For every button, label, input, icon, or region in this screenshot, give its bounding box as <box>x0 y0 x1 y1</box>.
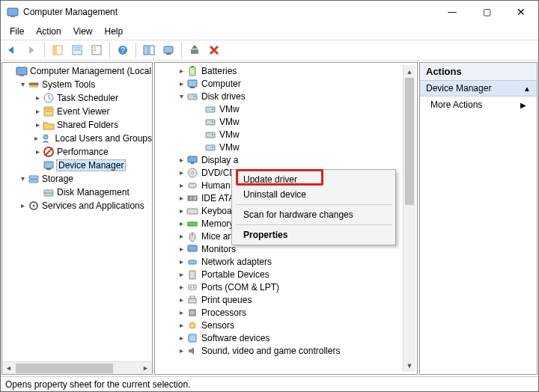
more-actions[interactable]: More Actions ▶ <box>420 97 537 113</box>
actions-header: Actions <box>420 63 537 81</box>
device-item-icon <box>186 281 198 293</box>
horizontal-scrollbar[interactable]: ◄ ► <box>2 361 152 374</box>
tree-item-icon <box>16 65 28 77</box>
device-item[interactable]: VMw <box>156 102 411 115</box>
device-item-icon <box>186 243 198 255</box>
scan-hardware-button[interactable] <box>160 42 177 58</box>
forward-button[interactable] <box>23 42 40 58</box>
tree-item[interactable]: Computer Management (Local <box>2 64 152 78</box>
device-item-icon <box>186 167 198 179</box>
device-item[interactable]: ▸Processors <box>156 306 411 319</box>
minimize-button[interactable]: — <box>435 1 469 23</box>
actions-context[interactable]: Device Manager ▲ <box>420 81 537 97</box>
device-item[interactable]: ▸Network adapters <box>156 255 411 268</box>
tree-item[interactable]: ▾Storage <box>2 172 152 186</box>
device-item-label: VMw <box>219 129 240 140</box>
device-item-label: Network adapters <box>201 257 272 267</box>
tree-item[interactable]: ▸Event Viewer <box>2 105 152 118</box>
tree-item-label: Event Viewer <box>57 106 109 117</box>
device-item[interactable]: ▸Portable Devices <box>156 268 411 281</box>
tree-item-label: Performance <box>57 147 109 157</box>
menu-view[interactable]: View <box>67 25 99 38</box>
scroll-thumb[interactable] <box>16 364 113 373</box>
device-item-icon <box>186 65 198 77</box>
tree-item[interactable]: ▸Shared Folders <box>2 118 152 132</box>
tree-item-label: Storage <box>42 174 73 184</box>
device-item-label: VMw <box>219 142 240 153</box>
toolbar: ? <box>1 40 538 61</box>
tree-item[interactable]: ▾System Tools <box>2 78 152 91</box>
uninstall-button[interactable] <box>206 42 222 58</box>
properties-button[interactable] <box>69 42 85 58</box>
menu-help[interactable]: Help <box>99 25 130 38</box>
view-mode-button[interactable] <box>141 42 157 58</box>
tree-item-icon <box>41 132 53 144</box>
actions-context-label: Device Manager <box>426 83 491 94</box>
device-item-label: VMw <box>219 104 240 114</box>
chevron-right-icon: ▶ <box>520 101 526 109</box>
tree-item[interactable]: ▸Performance <box>2 145 152 159</box>
menu-file[interactable]: File <box>4 25 30 38</box>
update-driver-button[interactable] <box>186 42 203 58</box>
more-actions-label: More Actions <box>430 99 482 110</box>
actions-pane: Actions Device Manager ▲ More Actions ▶ <box>419 62 538 375</box>
device-item-icon <box>186 230 198 242</box>
scroll-down-icon[interactable]: ▼ <box>404 359 415 372</box>
list-button[interactable] <box>88 42 105 58</box>
tree-item-icon <box>43 159 55 171</box>
help-button[interactable]: ? <box>115 42 131 58</box>
collapse-icon: ▲ <box>523 85 531 93</box>
console-tree-pane: Computer Management (Local▾System Tools▸… <box>1 62 153 375</box>
scroll-up-icon[interactable]: ▲ <box>404 65 415 78</box>
context-menu-item[interactable]: Uninstall device <box>234 187 393 202</box>
device-item[interactable]: ▸Computer <box>156 77 411 90</box>
tree-item-label: Disk Management <box>57 187 130 197</box>
scroll-thumb[interactable] <box>405 78 414 205</box>
separator-icon <box>109 43 110 58</box>
device-item[interactable]: VMw <box>156 141 411 153</box>
tree-item[interactable]: Disk Management <box>2 186 152 199</box>
titlebar: Computer Management — ▢ ✕ <box>1 1 538 23</box>
separator <box>236 224 392 225</box>
svg-rect-59 <box>150 46 154 55</box>
maximize-button[interactable]: ▢ <box>469 1 504 23</box>
device-item-icon <box>186 269 198 281</box>
scroll-right-icon[interactable]: ► <box>139 364 152 372</box>
tree-item[interactable]: ▸Services and Applications <box>2 199 152 212</box>
device-item[interactable]: ▸Display a <box>156 153 411 166</box>
device-item-label: Display a <box>201 155 238 165</box>
context-menu-item[interactable]: Update driver <box>234 172 393 187</box>
console-tree[interactable]: Computer Management (Local▾System Tools▸… <box>2 63 152 361</box>
vertical-scrollbar[interactable]: ▲ ▼ <box>403 65 415 372</box>
device-item-icon <box>186 78 198 90</box>
separator-icon <box>135 43 136 58</box>
device-item[interactable]: ▸Batteries <box>156 64 411 77</box>
close-button[interactable]: ✕ <box>504 1 538 23</box>
tree-item-label: Shared Folders <box>57 120 118 130</box>
context-menu-item[interactable]: Scan for hardware changes <box>234 207 393 222</box>
device-item[interactable]: ▸Sensors <box>156 319 411 331</box>
show-hide-tree-button[interactable] <box>49 42 66 58</box>
device-item[interactable]: ▸Ports (COM & LPT) <box>156 281 411 293</box>
back-button[interactable] <box>4 42 20 58</box>
device-item[interactable]: ▸Sound, video and game controllers <box>156 344 411 357</box>
svg-text:?: ? <box>121 46 125 55</box>
device-item[interactable]: ▸Print queues <box>156 293 411 306</box>
device-item[interactable]: ▾Disk drives <box>156 90 411 102</box>
tree-item[interactable]: ▸Task Scheduler <box>2 91 152 105</box>
menu-action[interactable]: Action <box>30 25 67 38</box>
device-item-label: Processors <box>201 307 246 318</box>
context-menu-item[interactable]: Properties <box>234 227 393 242</box>
device-item[interactable]: ▸Software devices <box>156 331 411 344</box>
tree-item-label: Task Scheduler <box>57 93 118 103</box>
tree-item-icon <box>28 79 40 91</box>
scroll-left-icon[interactable]: ◄ <box>2 364 15 372</box>
tree-item[interactable]: ▸Local Users and Groups <box>2 132 152 145</box>
device-item[interactable]: VMw <box>156 128 411 141</box>
separator-icon <box>181 43 182 58</box>
app-icon <box>7 6 19 18</box>
device-item-icon <box>186 192 198 204</box>
tree-item[interactable]: Device Manager <box>2 159 152 172</box>
device-item-icon <box>186 345 198 357</box>
device-item[interactable]: VMw <box>156 115 411 128</box>
